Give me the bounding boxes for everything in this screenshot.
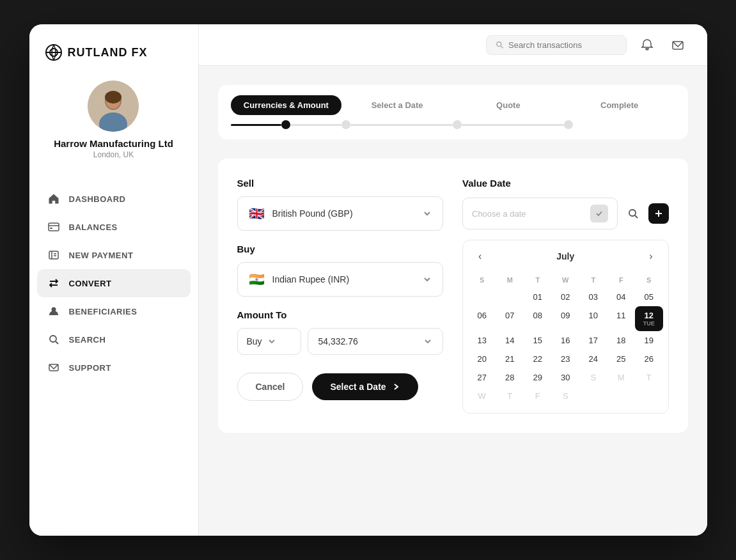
buy-label: Buy <box>237 244 444 254</box>
sidebar-item-new-payment[interactable]: NEW PAYMENT <box>37 241 191 269</box>
cancel-button[interactable]: Cancel <box>237 373 304 401</box>
progress-dot-3 <box>453 120 462 129</box>
cal-day-13[interactable]: 13 <box>468 331 496 350</box>
cal-day-header-t2: T <box>579 272 607 288</box>
logo-text: RUTLAND FX <box>68 46 148 59</box>
select-date-label: Select a Date <box>330 382 386 392</box>
cal-day-21[interactable]: 21 <box>496 350 524 368</box>
cal-day-25[interactable]: 25 <box>607 350 636 368</box>
cal-day-header-w: W <box>552 272 580 288</box>
cal-day-26[interactable]: 26 <box>635 350 663 368</box>
cal-day-extra-s1: S <box>579 368 607 387</box>
calendar-header: ‹ July › <box>463 240 668 272</box>
step-date[interactable]: Select a Date <box>341 95 453 115</box>
progress-dot-1 <box>281 120 290 129</box>
cal-day-06[interactable]: 06 <box>468 306 496 331</box>
cal-day-header-m: M <box>496 272 524 288</box>
sell-currency-name: British Pound (GBP) <box>272 208 353 219</box>
cal-day-01[interactable]: 01 <box>524 288 552 306</box>
calendar-search-icon[interactable] <box>623 203 643 224</box>
cal-day-20[interactable]: 20 <box>468 350 496 368</box>
check-icon <box>595 210 603 217</box>
support-icon <box>47 361 60 374</box>
sidebar-label-search: SEARCH <box>69 335 106 345</box>
cal-day-11[interactable]: 11 <box>607 306 636 331</box>
logo: RUTLAND FX <box>29 43 148 61</box>
sidebar-item-dashboard[interactable]: DASHBOARD <box>37 185 191 213</box>
cal-day-16[interactable]: 16 <box>552 331 580 350</box>
step-quote[interactable]: Quote <box>453 95 564 115</box>
cal-day-09[interactable]: 09 <box>552 306 580 331</box>
sidebar: RUTLAND FX Harrow Manufacturing Ltd Lond… <box>29 24 199 536</box>
svg-rect-8 <box>49 223 59 231</box>
cal-day-10[interactable]: 10 <box>579 306 607 331</box>
buy-currency-select[interactable]: 🇮🇳 Indian Rupee (INR) <box>237 262 444 297</box>
cal-day-30[interactable]: 30 <box>552 368 580 387</box>
form-right: Value Date Choose a date <box>462 178 669 414</box>
steps-labels: Currencies & Amount Select a Date Quote … <box>218 85 688 115</box>
cal-day-14[interactable]: 14 <box>496 331 524 350</box>
mail-icon[interactable] <box>668 35 688 55</box>
cal-day-19[interactable]: 19 <box>635 331 663 350</box>
select-date-button[interactable]: Select a Date <box>312 373 418 400</box>
progress-seg-1 <box>231 120 342 129</box>
amount-input[interactable]: 54,332.76 <box>308 328 444 355</box>
progress-seg-2 <box>341 120 453 129</box>
steps-row: Currencies & Amount Select a Date Quote … <box>218 85 688 139</box>
buy-currency-left: 🇮🇳 Indian Rupee (INR) <box>248 270 350 288</box>
calendar: ‹ July › S M T W T F S <box>462 240 669 414</box>
search-bar[interactable] <box>486 35 627 55</box>
home-icon <box>47 192 60 205</box>
sidebar-item-convert[interactable]: Convert <box>37 269 191 297</box>
date-input-box[interactable]: Choose a date <box>462 198 618 229</box>
step-currencies[interactable]: Currencies & Amount <box>231 95 342 115</box>
cal-day-29[interactable]: 29 <box>524 368 552 387</box>
sidebar-label-convert: Convert <box>69 279 112 288</box>
date-check-icon[interactable] <box>590 205 608 222</box>
cal-day-04[interactable]: 04 <box>607 288 636 306</box>
cal-day-18[interactable]: 18 <box>607 331 636 350</box>
cal-day-17[interactable]: 17 <box>579 331 607 350</box>
sidebar-item-search[interactable]: SEARCH <box>37 325 191 354</box>
progress-line-1 <box>231 124 282 126</box>
svg-line-17 <box>56 341 58 344</box>
calendar-grid: S M T W T F S 01 02 <box>463 272 668 413</box>
cal-day-header-f: F <box>607 272 636 288</box>
gbp-flag: 🇬🇧 <box>248 205 266 222</box>
nav: DASHBOARD BALANCES <box>29 185 198 382</box>
sidebar-label-beneficiaries: BENEFICIARIES <box>69 307 137 316</box>
plus-icon <box>654 208 664 219</box>
cal-day-03[interactable]: 03 <box>579 288 607 306</box>
cal-day-12[interactable]: 12TUE <box>635 306 663 331</box>
cal-day-15[interactable]: 15 <box>524 331 552 350</box>
sell-currency-select[interactable]: 🇬🇧 British Pound (GBP) <box>237 196 444 231</box>
cal-day-07[interactable]: 07 <box>496 306 524 331</box>
new-payment-icon <box>47 249 60 261</box>
cal-day-28[interactable]: 28 <box>496 368 524 387</box>
form-section: Sell 🇬🇧 British Pound (GBP) Buy <box>218 159 688 433</box>
sidebar-item-balances[interactable]: BALANCES <box>37 213 191 241</box>
cal-day-23[interactable]: 23 <box>552 350 580 368</box>
next-month-button[interactable]: › <box>644 248 657 265</box>
progress-seg-3 <box>453 120 564 129</box>
amount-type-value: Buy <box>247 336 262 346</box>
form-left: Sell 🇬🇧 British Pound (GBP) Buy <box>237 178 444 414</box>
step-complete[interactable]: Complete <box>564 95 675 115</box>
prev-month-button[interactable]: ‹ <box>473 248 487 265</box>
cal-day-05[interactable]: 05 <box>635 288 663 306</box>
cal-day-27[interactable]: 27 <box>468 368 496 387</box>
date-placeholder: Choose a date <box>472 209 526 219</box>
bell-icon[interactable] <box>637 35 657 55</box>
cal-day-02[interactable]: 02 <box>552 288 580 306</box>
calendar-add-icon[interactable] <box>648 203 669 224</box>
search-input[interactable] <box>508 40 617 50</box>
sidebar-item-support[interactable]: SUPPORT <box>37 354 191 382</box>
steps-header: Currencies & Amount Select a Date Quote … <box>218 85 688 139</box>
avatar <box>88 81 139 132</box>
cal-day-08[interactable]: 08 <box>524 306 552 331</box>
sidebar-label-dashboard: DASHBOARD <box>69 194 126 204</box>
cal-day-22[interactable]: 22 <box>524 350 552 368</box>
sidebar-item-beneficiaries[interactable]: BENEFICIARIES <box>37 297 191 325</box>
cal-day-24[interactable]: 24 <box>579 350 607 368</box>
amount-type-select[interactable]: Buy <box>237 328 301 355</box>
